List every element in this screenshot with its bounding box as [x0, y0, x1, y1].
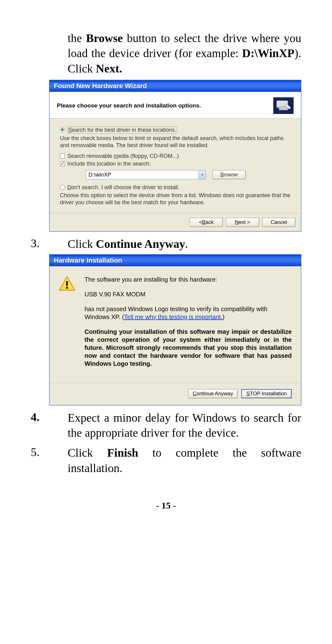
- wizard-header-text: Please choose your search and installati…: [57, 102, 201, 109]
- hw-device: USB V.90 FAX MODM: [85, 290, 292, 298]
- step5-pre: Click: [68, 446, 107, 459]
- back-rest: ack: [205, 219, 213, 225]
- wizard-body: Search for the best driver in these loca…: [49, 119, 301, 213]
- hardware-installation-dialog: Hardware Installation The software you a…: [49, 254, 301, 405]
- pagenum-num: 15: [161, 500, 171, 510]
- step-4-text: Expect a minor delay for Windows to sear…: [49, 410, 301, 441]
- hw-footer: Continue Anyway STOP Installation: [49, 387, 301, 405]
- radio-dont-search[interactable]: Don't search. I will choose the driver t…: [60, 184, 290, 191]
- wizard-titlebar[interactable]: Found New Hardware Wizard: [49, 80, 301, 92]
- chevron-down-icon[interactable]: ▾: [199, 170, 205, 179]
- checkbox-include-label: Include this location in the search:: [67, 161, 151, 167]
- next-button[interactable]: Next >: [226, 218, 259, 227]
- chk1-pre: Search removable: [67, 153, 114, 159]
- step-4-number: 4.: [31, 410, 49, 441]
- cont-u: C: [193, 391, 196, 397]
- step3-b: Continue Anyway: [96, 237, 185, 250]
- hw-text: The software you are installing for this…: [85, 275, 292, 374]
- chk2-post: ocation in the search:: [98, 161, 151, 167]
- opt2-desc: Choose this option to select the device …: [60, 192, 290, 206]
- intro-pre: the: [68, 32, 86, 45]
- hw-divider: [49, 383, 301, 384]
- svg-point-5: [66, 287, 68, 289]
- location-combo[interactable]: D:\winXP ▾: [86, 170, 206, 179]
- back-u: B: [202, 219, 205, 225]
- step5-b: Finish: [107, 446, 138, 459]
- step-5-text: Click Finish to complete the software in…: [49, 445, 301, 476]
- testing-important-link[interactable]: Tell me why this testing is important.: [124, 314, 223, 320]
- hw-body: The software you are installing for this…: [49, 266, 301, 377]
- cancel-button[interactable]: Cancel: [262, 218, 295, 227]
- checkbox-include-location[interactable]: Include this location in the search:: [60, 161, 290, 167]
- chk2-pre: Include this: [67, 161, 97, 167]
- step-3-text: Click Continue Anyway.: [49, 236, 301, 252]
- warning-icon: [59, 275, 75, 374]
- stop-rest: TOP Installation: [250, 391, 287, 397]
- opt2-u: D: [67, 184, 71, 190]
- checkbox-removable-box[interactable]: [60, 154, 65, 158]
- radio-search-best-label: Search for the best driver in these loca…: [67, 127, 177, 134]
- back-pre: <: [199, 219, 202, 225]
- hw-strong: Continuing your installation of this sof…: [85, 328, 292, 368]
- radio-dont-search-dot[interactable]: [60, 185, 65, 190]
- checkbox-removable-media[interactable]: Search removable media (floppy, CD-ROM..…: [60, 153, 290, 159]
- chk1-post: edia (floppy, CD-ROM...): [118, 153, 179, 159]
- wizard-footer: < Back Next > Cancel: [49, 213, 301, 231]
- step-3-number: 3.: [31, 236, 49, 252]
- step3-post: .: [185, 237, 188, 250]
- cont-rest: ontinue Anyway: [196, 391, 233, 397]
- hw-line2: has not passed Windows Logo testing to v…: [85, 305, 292, 321]
- svg-rect-4: [66, 281, 68, 286]
- browse-button[interactable]: Browse: [212, 170, 246, 179]
- chk1-u: m: [114, 153, 118, 159]
- opt1-desc: Use the check boxes below to limit or ex…: [60, 135, 290, 149]
- pagenum-dash2: -: [171, 500, 176, 510]
- step3-pre: Click: [68, 237, 96, 250]
- step-5-number: 5.: [31, 445, 49, 476]
- stop-u: S: [246, 391, 250, 397]
- hw-titlebar[interactable]: Hardware Installation: [49, 255, 301, 266]
- intro-paragraph: the Browse button to select the drive wh…: [31, 31, 301, 76]
- continue-anyway-button[interactable]: Continue Anyway: [188, 389, 238, 398]
- pagenum-dash1: -: [156, 500, 162, 510]
- hw-line1: The software you are installing for this…: [85, 275, 292, 283]
- intro-next: Next.: [96, 62, 122, 75]
- back-button[interactable]: < Back: [190, 218, 223, 227]
- intro-browse: Browse: [86, 32, 123, 45]
- intro-path: D:\WinXP: [242, 47, 294, 60]
- browse-rest: rowse: [224, 172, 238, 178]
- wizard-header: Please choose your search and installati…: [49, 92, 301, 119]
- checkbox-removable-label: Search removable media (floppy, CD-ROM..…: [67, 153, 179, 159]
- stop-installation-button[interactable]: STOP Installation: [241, 389, 292, 398]
- checkbox-include-box[interactable]: [60, 161, 65, 166]
- next-u: N: [235, 219, 239, 225]
- wizard-header-icon: [273, 97, 294, 114]
- location-combo-value: D:\winXP: [86, 172, 199, 178]
- opt1-rest: earch for the best driver in these locat…: [72, 127, 176, 133]
- radio-search-best[interactable]: Search for the best driver in these loca…: [60, 127, 290, 134]
- radio-search-best-dot[interactable]: [60, 127, 65, 132]
- browse-u: B: [220, 172, 224, 178]
- found-new-hardware-dialog: Found New Hardware Wizard Please choose …: [49, 80, 301, 232]
- radio-dont-search-label: Don't search. I will choose the driver t…: [67, 184, 180, 191]
- next-rest: ext >: [239, 219, 250, 225]
- page-number: - 15 -: [31, 500, 301, 511]
- opt1-mnemonic: S: [68, 127, 72, 133]
- opt2-rest: on't search. I will choose the driver to…: [71, 184, 180, 190]
- hw-line2-post: ): [223, 314, 225, 320]
